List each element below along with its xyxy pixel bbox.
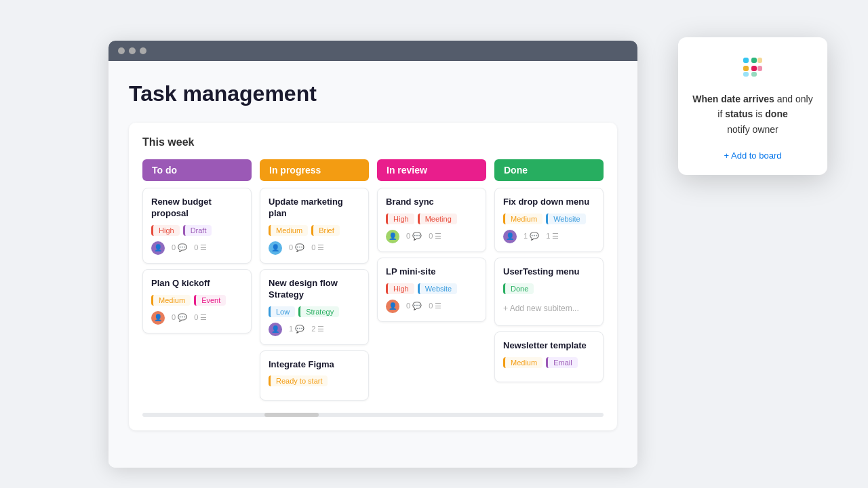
card-update-marketing[interactable]: Update marketing plan Medium Brief 👤 0 💬… bbox=[260, 188, 369, 264]
card-title: Newsletter template bbox=[503, 340, 595, 352]
popup-status: status bbox=[725, 108, 753, 119]
avatar: 👤 bbox=[503, 230, 517, 243]
card-fix-dropdown[interactable]: Fix drop down menu Medium Website 👤 1 💬 … bbox=[494, 188, 604, 252]
svg-rect-1 bbox=[751, 58, 757, 63]
scrollbar-track bbox=[142, 413, 604, 417]
tag-meeting: Meeting bbox=[418, 214, 457, 224]
add-subitem-button[interactable]: + Add new subitem... bbox=[503, 300, 595, 317]
tag-medium: Medium bbox=[503, 357, 542, 368]
tag-event: Event bbox=[194, 295, 226, 306]
avatar: 👤 bbox=[269, 241, 282, 255]
tag-email: Email bbox=[546, 357, 578, 368]
avatar: 👤 bbox=[151, 241, 165, 255]
slack-icon bbox=[739, 54, 766, 81]
slack-popup: When date arrives and only if status is … bbox=[678, 37, 827, 175]
card-title: Update marketing plan bbox=[269, 197, 360, 220]
svg-rect-3 bbox=[751, 66, 757, 71]
card-title: Integrate Figma bbox=[269, 359, 360, 371]
card-tags: Medium Website bbox=[503, 214, 595, 224]
card-new-design-flow[interactable]: New design flowStrategy Low Strategy 👤 1… bbox=[260, 269, 369, 345]
card-plan-kickoff[interactable]: Plan Q kickoff Medium Event 👤 0 💬 0 ☰ bbox=[142, 269, 252, 333]
browser-dot-2 bbox=[129, 47, 136, 54]
comment-count: 1 💬 bbox=[289, 325, 304, 333]
card-title: UserTesting menu bbox=[503, 266, 595, 278]
card-footer: 👤 0 💬 0 ☰ bbox=[386, 230, 477, 243]
tag-medium: Medium bbox=[269, 225, 308, 236]
week-label: This week bbox=[142, 136, 604, 148]
card-renew-budget[interactable]: Renew budget proposal High Draft 👤 0 💬 0… bbox=[142, 188, 252, 264]
column-inprogress: In progress Update marketing plan Medium… bbox=[260, 159, 369, 406]
card-title: Plan Q kickoff bbox=[151, 278, 243, 289]
task-count: 0 ☰ bbox=[194, 313, 207, 322]
browser-titlebar bbox=[108, 41, 637, 61]
tag-medium: Medium bbox=[503, 214, 542, 224]
card-footer: 👤 0 💬 0 ☰ bbox=[151, 241, 243, 255]
comment-count: 0 💬 bbox=[289, 243, 304, 252]
card-tags: High Draft bbox=[151, 225, 243, 236]
popup-done: done bbox=[765, 108, 787, 119]
column-inreview: In review Brand sync High Meeting 👤 0 💬 … bbox=[377, 159, 486, 406]
card-lp-minisite[interactable]: LP mini-site High Website 👤 0 💬 0 ☰ bbox=[377, 258, 486, 322]
page-title: Task management bbox=[129, 81, 617, 106]
card-title: Renew budget proposal bbox=[151, 197, 243, 220]
card-integrate-figma[interactable]: Integrate Figma Ready to start bbox=[260, 350, 369, 401]
browser-dot-1 bbox=[118, 47, 125, 54]
task-count: 1 ☰ bbox=[546, 232, 559, 241]
avatar: 👤 bbox=[269, 323, 282, 336]
avatar: 👤 bbox=[386, 300, 399, 313]
column-header-inprogress: In progress bbox=[260, 159, 369, 181]
tag-ready: Ready to start bbox=[269, 375, 328, 386]
card-footer: 👤 0 💬 0 ☰ bbox=[386, 300, 477, 313]
svg-rect-7 bbox=[751, 72, 757, 77]
card-tags: Medium Brief bbox=[269, 225, 360, 236]
task-count: 0 ☰ bbox=[429, 232, 441, 241]
svg-rect-6 bbox=[757, 66, 762, 71]
tag-high: High bbox=[386, 283, 414, 294]
task-count: 0 ☰ bbox=[194, 243, 207, 252]
svg-rect-0 bbox=[743, 58, 749, 63]
column-header-inreview: In review bbox=[377, 159, 486, 181]
app-content: Task management This week To do Renew bu… bbox=[108, 61, 637, 468]
avatar: 👤 bbox=[151, 311, 165, 325]
tag-strategy: Strategy bbox=[298, 306, 339, 317]
browser-dot-3 bbox=[140, 47, 146, 54]
slack-logo bbox=[692, 54, 814, 81]
board-container: This week To do Renew budget proposal Hi… bbox=[129, 123, 617, 430]
card-footer: 👤 0 💬 0 ☰ bbox=[151, 311, 243, 325]
task-count: 2 ☰ bbox=[311, 325, 324, 333]
column-header-done: Done bbox=[494, 159, 604, 181]
card-brand-sync[interactable]: Brand sync High Meeting 👤 0 💬 0 ☰ bbox=[377, 188, 486, 252]
column-done: Done Fix drop down menu Medium Website 👤… bbox=[494, 159, 604, 406]
columns: To do Renew budget proposal High Draft 👤… bbox=[142, 159, 604, 406]
tag-low: Low bbox=[269, 306, 295, 317]
card-newsletter[interactable]: Newsletter template Medium Email bbox=[494, 331, 604, 382]
card-usertesting[interactable]: UserTesting menu Done + Add new subitem.… bbox=[494, 258, 604, 326]
card-title: Fix drop down menu bbox=[503, 197, 595, 208]
tag-high: High bbox=[151, 225, 180, 236]
tag-website: Website bbox=[546, 214, 586, 224]
tag-website: Website bbox=[418, 283, 458, 294]
svg-rect-4 bbox=[757, 58, 762, 63]
card-tags: Medium Event bbox=[151, 295, 243, 306]
column-todo: To do Renew budget proposal High Draft 👤… bbox=[142, 159, 252, 406]
column-header-todo: To do bbox=[142, 159, 252, 181]
card-tags: Low Strategy bbox=[269, 306, 360, 317]
card-tags: Medium Email bbox=[503, 357, 595, 368]
card-footer: 👤 1 💬 2 ☰ bbox=[269, 323, 360, 336]
scrollbar-thumb[interactable] bbox=[264, 413, 319, 417]
add-to-board-button[interactable]: + Add to board bbox=[724, 150, 782, 161]
comment-count: 1 💬 bbox=[524, 232, 539, 241]
svg-rect-5 bbox=[743, 72, 749, 77]
tag-medium: Medium bbox=[151, 295, 191, 306]
tag-brief: Brief bbox=[311, 225, 340, 236]
card-footer: 👤 1 💬 1 ☰ bbox=[503, 230, 595, 243]
card-title: New design flowStrategy bbox=[269, 278, 360, 301]
svg-rect-2 bbox=[743, 66, 749, 71]
task-count: 0 ☰ bbox=[429, 302, 441, 310]
popup-when: When date arrives bbox=[692, 94, 774, 104]
card-title: Brand sync bbox=[386, 197, 477, 208]
comment-count: 0 💬 bbox=[406, 232, 422, 241]
comment-count: 0 💬 bbox=[406, 302, 422, 310]
comment-count: 0 💬 bbox=[172, 243, 187, 252]
tag-done: Done bbox=[503, 283, 534, 294]
